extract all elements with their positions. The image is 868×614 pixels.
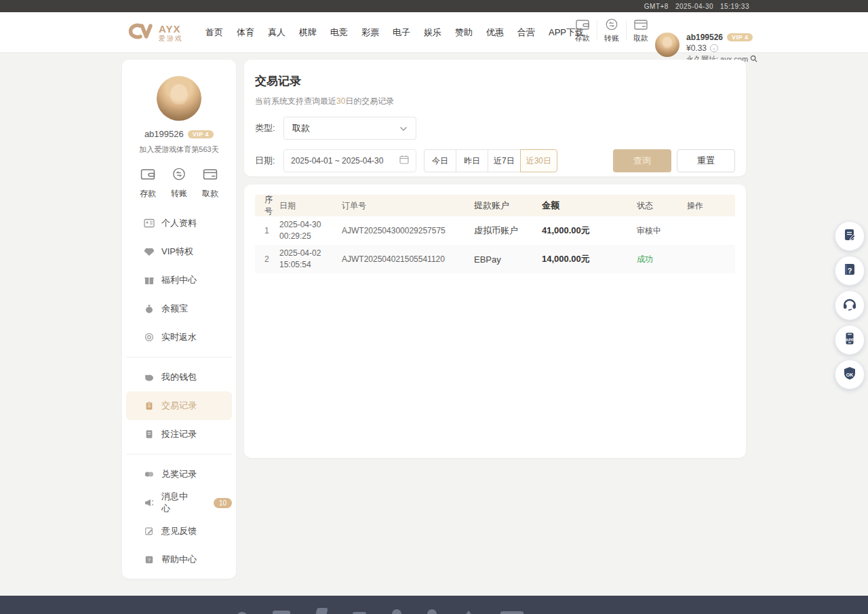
col-index: 序号 <box>255 194 279 217</box>
brand-logo[interactable]: AYX 爱游戏 <box>125 21 183 44</box>
nav-sports[interactable]: 体育 <box>235 24 256 41</box>
sidebar-item-prize-records[interactable]: 兑奖记录 <box>126 460 232 488</box>
table-row: 1 2025-04-30 00:29:25 AJWT20250430002925… <box>255 216 735 245</box>
row-datetime: 2025-04-30 00:29:25 <box>279 219 342 242</box>
balance-refresh-icon[interactable]: ⌄ <box>710 44 718 52</box>
survey-button[interactable] <box>835 221 865 251</box>
wallet-icon <box>575 18 590 31</box>
row-order-number: AJWT202504021505541120 <box>342 254 474 264</box>
sidebar-item-help[interactable]: ? 帮助中心 <box>126 545 232 574</box>
sidebar-item-profile[interactable]: 个人资料 <box>126 209 232 237</box>
page-subtitle: 当前系统支持查询最近30日的交易记录 <box>255 96 735 107</box>
row-amount: 41,000.00元 <box>542 225 637 237</box>
withdraw-button[interactable]: 取款 <box>627 18 655 43</box>
unread-count-badge: 10 <box>214 498 232 508</box>
date-quick-chips: 今日 昨日 近7日 近30日 <box>424 149 557 172</box>
row-index: 1 <box>255 226 279 235</box>
system-time: 15:19:33 <box>720 3 749 10</box>
nav-cards[interactable]: 棋牌 <box>297 24 319 41</box>
nav-esports[interactable]: 电竞 <box>328 24 350 41</box>
nav-entertainment[interactable]: 娱乐 <box>422 24 443 41</box>
reset-button[interactable]: 重置 <box>677 149 735 172</box>
sidebar-transfer-button[interactable]: 转账 <box>171 167 187 199</box>
type-filter-label: 类型: <box>255 122 283 134</box>
nav-sponsor[interactable]: 赞助 <box>453 24 475 41</box>
nav-affiliate[interactable]: 合营 <box>515 24 537 41</box>
notebook-icon <box>144 429 155 440</box>
footer <box>0 596 868 614</box>
system-topbar: GMT+8 2025-04-30 15:19:33 <box>0 0 868 12</box>
search-icon[interactable] <box>750 55 757 64</box>
main-nav: 首页 体育 真人 棋牌 电竞 彩票 电子 娱乐 赞助 优惠 合营 APP下载 <box>203 12 586 53</box>
transfer-button[interactable]: 转账 <box>597 18 626 43</box>
shield-icon <box>842 366 857 383</box>
filters-card: 交易记录 当前系统支持查询最近30日的交易记录 类型: 取款 日期: 2025-… <box>244 60 746 176</box>
nav-live[interactable]: 真人 <box>266 24 288 41</box>
target-icon <box>144 332 155 343</box>
transfer-icon <box>604 18 619 31</box>
col-action: 操作 <box>687 200 735 212</box>
nav-home[interactable]: 首页 <box>203 24 225 41</box>
nav-promos[interactable]: 优惠 <box>484 24 506 41</box>
table-row: 2 2025-04-02 15:05:54 AJWT20250402150554… <box>255 245 735 273</box>
customer-service-button[interactable] <box>835 290 865 320</box>
type-select[interactable]: 取款 <box>283 117 416 140</box>
sidebar-deposit-button[interactable]: 存款 <box>140 167 156 199</box>
sidebar: ab199526 VIP 4 加入爱游戏体育第563天 存款 转账 取款 个人资… <box>122 60 236 579</box>
col-date: 日期 <box>279 200 342 212</box>
username: ab199526 <box>686 33 723 42</box>
faq-button[interactable]: ? <box>835 256 865 286</box>
logo-name: 爱游戏 <box>159 35 183 42</box>
sidebar-withdraw-button[interactable]: 取款 <box>202 167 218 199</box>
sidebar-item-yuebao[interactable]: 余额宝 <box>126 294 232 323</box>
row-account: EBPay <box>474 254 542 265</box>
sidebar-item-messages[interactable]: 消息中心 10 <box>126 488 232 517</box>
sidebar-item-wallet[interactable]: 我的钱包 <box>126 363 232 391</box>
type-select-value: 取款 <box>292 122 310 134</box>
user-avatar[interactable] <box>655 33 679 57</box>
query-button[interactable]: 查询 <box>613 149 671 172</box>
gem-icon <box>144 246 155 257</box>
system-date: 2025-04-30 <box>675 3 713 10</box>
date-filter-label: 日期: <box>255 155 283 167</box>
chip-today[interactable]: 今日 <box>424 149 456 172</box>
floating-toolbar: ? APP OK <box>835 221 865 389</box>
svg-text:?: ? <box>148 557 151 563</box>
sidebar-item-betting-records[interactable]: 投注记录 <box>126 420 232 448</box>
chip-yesterday[interactable]: 昨日 <box>456 149 488 172</box>
sidebar-item-vip[interactable]: VIP特权 <box>126 237 232 266</box>
header-quick-actions: 存款 转账 取款 <box>568 18 655 43</box>
balance-value: ¥0.33 <box>686 43 707 53</box>
page: GMT+8 2025-04-30 15:19:33 AYX 爱游戏 首页 体育 … <box>0 0 868 614</box>
sidebar-item-welfare[interactable]: 福利中心 <box>126 266 232 294</box>
sidebar-item-transactions[interactable]: 交易记录 <box>126 391 232 420</box>
sidebar-item-rebate[interactable]: 实时返水 <box>126 323 232 351</box>
app-download-button[interactable]: APP <box>835 325 865 355</box>
profile-username: ab199526 <box>144 129 184 139</box>
divider <box>126 357 232 358</box>
security-verify-button[interactable]: OK <box>835 360 865 389</box>
col-order: 订单号 <box>342 200 474 212</box>
row-order-number: AJWT202504300029257575 <box>342 226 474 235</box>
gift-icon <box>144 275 155 286</box>
date-range-input[interactable]: 2025-04-01 ~ 2025-04-30 <box>283 149 416 172</box>
profile-avatar[interactable] <box>157 76 201 121</box>
id-card-icon <box>144 218 155 229</box>
subtitle-days-highlight: 30 <box>336 96 345 106</box>
status-badge: 成功 <box>637 254 687 265</box>
chip-last30days[interactable]: 近30日 <box>520 149 557 172</box>
timezone-label: GMT+8 <box>644 3 669 10</box>
calendar-icon <box>399 155 409 167</box>
row-amount: 14,000.00元 <box>542 253 637 265</box>
deposit-button[interactable]: 存款 <box>568 18 597 43</box>
col-amount: 金额 <box>542 199 637 212</box>
chip-last7days[interactable]: 近7日 <box>488 149 521 172</box>
date-range-value: 2025-04-01 ~ 2025-04-30 <box>291 156 383 166</box>
sidebar-item-feedback[interactable]: 意见反馈 <box>126 517 232 545</box>
withdraw-label: 取款 <box>633 33 648 43</box>
nav-slots[interactable]: 电子 <box>391 24 412 41</box>
joined-days-label: 加入爱游戏体育第563天 <box>122 145 236 155</box>
nav-lottery[interactable]: 彩票 <box>359 24 381 41</box>
row-account: 虚拟币账户 <box>474 225 542 237</box>
profile-vip-badge: VIP 4 <box>188 130 214 138</box>
